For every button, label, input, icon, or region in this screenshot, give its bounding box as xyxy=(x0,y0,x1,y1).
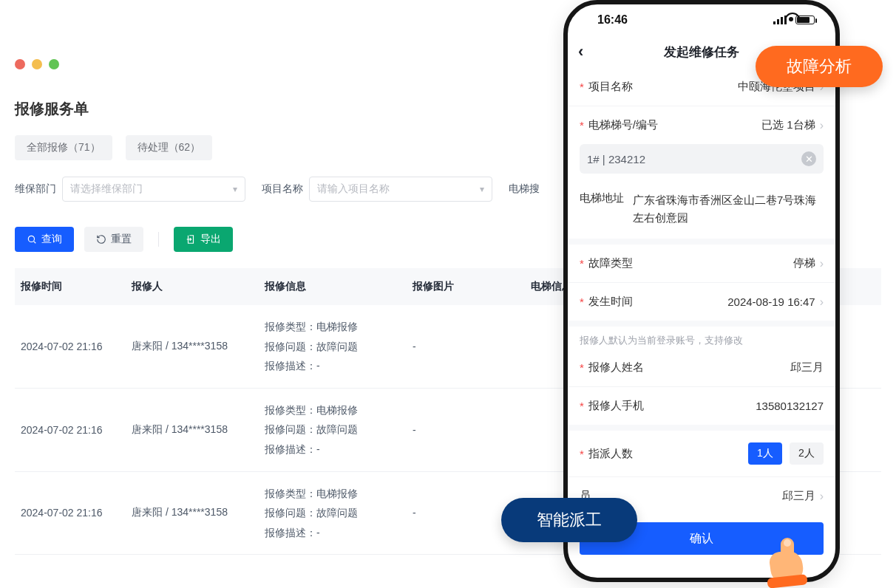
row-occur-time[interactable]: *发生时间 2024-08-19 16:47› xyxy=(568,283,835,321)
cell-person: 唐来阳 / 134****3158 xyxy=(132,340,265,353)
chevron-right-icon: › xyxy=(820,295,824,309)
smart-dispatch-pill[interactable]: 智能派工 xyxy=(501,498,637,542)
battery-icon xyxy=(795,16,815,24)
cell-person: 唐来阳 / 134****3158 xyxy=(132,423,265,437)
nav-title: 发起维修任务 xyxy=(664,44,739,61)
assignee-value: 邱三月 xyxy=(782,489,815,503)
row-address: 电梯地址 广东省珠海市香洲区金山二巷7号珠海左右创意园 xyxy=(568,182,835,245)
assign-count-2[interactable]: 2人 xyxy=(790,442,824,465)
cell-info: 报修类型：电梯报修 报修问题：故障问题 报修描述：- xyxy=(265,317,413,376)
department-select[interactable]: 请选择维保部门 ▾ xyxy=(62,177,245,202)
cell-time: 2024-07-02 21:16 xyxy=(21,341,132,352)
divider xyxy=(158,232,159,247)
filter-project-label: 项目名称 xyxy=(262,182,303,196)
th-image: 报修图片 xyxy=(413,280,531,293)
chevron-right-icon: › xyxy=(820,490,824,503)
status-bar: 16:46 xyxy=(568,4,835,35)
elevator-chip: 1# | 234212 ✕ xyxy=(580,144,824,174)
row-reporter-name[interactable]: *报修人姓名 邱三月 xyxy=(568,349,835,387)
reporter-name-value: 邱三月 xyxy=(790,360,824,375)
elevator-chip-text: 1# | 234212 xyxy=(587,153,645,165)
row-elevator-select[interactable]: *电梯梯号/编号 已选 1台梯› xyxy=(568,106,835,144)
address-value: 广东省珠海市香洲区金山二巷7号珠海左右创意园 xyxy=(633,191,824,227)
cell-image: - xyxy=(413,341,531,352)
chevron-right-icon: › xyxy=(820,119,824,132)
phone-mockup: 16:46 ‹ 发起维修任务 *项目名称 中颐海伦堡项目› *电梯梯号/编号 已… xyxy=(563,0,840,582)
reporter-phone-label: 报修人手机 xyxy=(588,399,644,413)
minimize-window-icon[interactable] xyxy=(32,59,42,69)
department-placeholder: 请选择维保部门 xyxy=(70,182,143,196)
row-reporter-phone[interactable]: *报修人手机 13580132127 xyxy=(568,387,835,425)
export-button-label: 导出 xyxy=(200,233,221,246)
cell-person: 唐来阳 / 134****3158 xyxy=(132,506,265,519)
cell-info: 报修类型：电梯报修 报修问题：故障问题 报修描述：- xyxy=(265,400,413,459)
project-select[interactable]: 请输入项目名称 ▾ xyxy=(309,177,492,202)
elevator-select-value: 已选 1台梯 xyxy=(761,118,815,132)
filter-project: 项目名称 请输入项目名称 ▾ xyxy=(262,177,492,202)
project-label: 项目名称 xyxy=(588,80,633,94)
export-button[interactable]: 导出 xyxy=(174,227,233,252)
cell-info: 报修类型：电梯报修 报修问题：故障问题 报修描述：- xyxy=(265,484,413,543)
cell-time: 2024-07-02 21:16 xyxy=(21,507,132,519)
search-button[interactable]: 查询 xyxy=(15,227,74,252)
th-person: 报修人 xyxy=(132,280,265,293)
reporter-phone-value: 13580132127 xyxy=(756,400,824,412)
th-info: 报修信息 xyxy=(265,280,413,293)
fault-analysis-pill[interactable]: 故障分析 xyxy=(756,46,883,87)
svg-point-0 xyxy=(28,236,34,242)
reset-button-label: 重置 xyxy=(111,233,132,246)
reporter-hint: 报修人默认为当前登录账号，支持修改 xyxy=(568,327,835,349)
row-assign-count: *指派人数 1人 2人 xyxy=(568,431,835,477)
reporter-name-label: 报修人姓名 xyxy=(588,360,644,375)
section-gap xyxy=(568,321,835,327)
section-gap xyxy=(568,425,835,431)
chip-remove-icon[interactable]: ✕ xyxy=(801,151,816,166)
address-label: 电梯地址 xyxy=(580,191,624,227)
th-time: 报修时间 xyxy=(21,280,132,293)
refresh-icon xyxy=(96,234,106,245)
search-icon xyxy=(27,234,37,245)
back-icon[interactable]: ‹ xyxy=(578,42,583,61)
svg-line-1 xyxy=(34,242,36,244)
filter-department: 维保部门 请选择维保部门 ▾ xyxy=(15,177,245,202)
export-icon xyxy=(186,234,196,245)
assign-count-segment: 1人 2人 xyxy=(748,442,824,465)
fault-type-value: 停梯 xyxy=(793,256,815,270)
filter-department-label: 维保部门 xyxy=(15,182,56,196)
reset-button[interactable]: 重置 xyxy=(84,227,143,252)
tab-pending[interactable]: 待处理（62） xyxy=(126,135,213,160)
occur-time-label: 发生时间 xyxy=(588,295,633,309)
occur-time-value: 2024-08-19 16:47 xyxy=(727,295,815,308)
pointer-hand-icon xyxy=(766,538,807,585)
maximize-window-icon[interactable] xyxy=(49,59,59,69)
elevator-select-label: 电梯梯号/编号 xyxy=(588,118,658,132)
search-button-label: 查询 xyxy=(41,233,62,246)
chevron-down-icon: ▾ xyxy=(480,184,484,194)
form-list: *项目名称 中颐海伦堡项目› *电梯梯号/编号 已选 1台梯› 1# | 234… xyxy=(568,68,835,555)
status-time: 16:46 xyxy=(597,13,628,27)
chevron-down-icon: ▾ xyxy=(233,184,237,194)
cell-time: 2024-07-02 21:16 xyxy=(21,424,132,436)
fault-type-label: 故障类型 xyxy=(588,256,633,270)
tab-all[interactable]: 全部报修（71） xyxy=(15,135,112,160)
row-fault-type[interactable]: *故障类型 停梯› xyxy=(568,245,835,283)
chevron-right-icon: › xyxy=(820,257,824,270)
filter-elevator-label: 电梯搜 xyxy=(509,182,540,196)
assign-count-label: 指派人数 xyxy=(588,447,633,461)
cell-image: - xyxy=(413,424,531,436)
project-placeholder: 请输入项目名称 xyxy=(317,182,390,196)
assign-count-1[interactable]: 1人 xyxy=(748,442,782,465)
close-window-icon[interactable] xyxy=(15,59,25,69)
